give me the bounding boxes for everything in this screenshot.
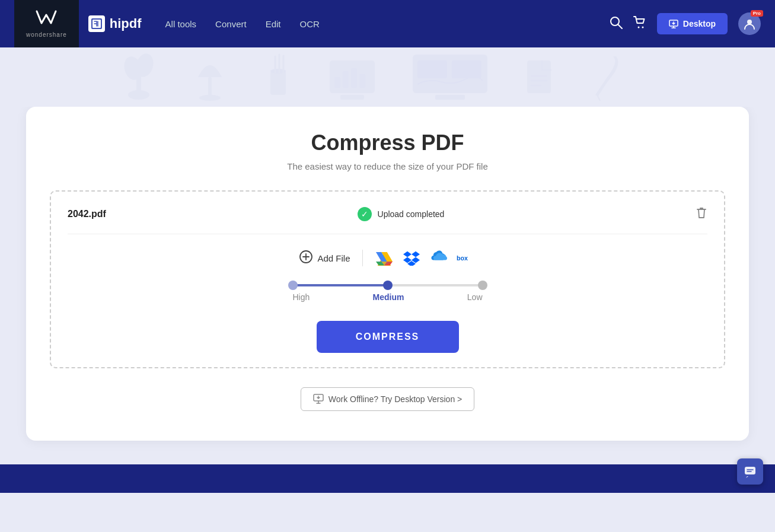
add-file-button[interactable]: Add File (299, 250, 350, 266)
svg-rect-28 (435, 95, 465, 100)
desktop-button[interactable]: Desktop (657, 13, 728, 34)
pro-badge: Pro (751, 10, 763, 17)
status-text: Upload completed (378, 209, 445, 219)
search-button[interactable] (610, 16, 623, 32)
svg-rect-20 (334, 77, 340, 88)
file-name: 2042.pdf (68, 209, 106, 219)
upload-header: 2042.pdf ✓ Upload completed (68, 206, 707, 234)
navbar: wondershare hipdf All tools Convert Edit… (0, 0, 775, 47)
cart-button[interactable] (633, 16, 646, 32)
google-drive-icon[interactable] (375, 249, 394, 267)
label-high: High (293, 292, 310, 302)
slider-track[interactable] (293, 284, 483, 286)
source-bar: Add File (68, 249, 707, 267)
svg-point-7 (747, 20, 752, 24)
svg-point-5 (642, 26, 643, 28)
footer-bar (0, 464, 775, 493)
svg-rect-22 (351, 68, 357, 88)
hipdf-logo: hipdf (88, 15, 142, 32)
upload-check-icon: ✓ (358, 207, 372, 221)
banner-decoration (0, 47, 775, 107)
compress-button[interactable]: COMPRESS (317, 321, 459, 353)
slider-fill-left (293, 284, 388, 286)
onedrive-icon[interactable] (429, 249, 448, 267)
delete-file-button[interactable] (696, 206, 707, 222)
nav-ocr[interactable]: OCR (300, 19, 320, 29)
slider-dot-high[interactable] (288, 281, 298, 290)
svg-rect-29 (527, 60, 551, 93)
add-file-label: Add File (317, 253, 350, 263)
svg-rect-24 (340, 95, 364, 100)
hipdf-icon (88, 15, 105, 32)
slider-track-wrap (293, 284, 483, 286)
desktop-promo: Work Offline? Try Desktop Version > (50, 387, 725, 411)
nav-links: All tools Convert Edit OCR (165, 19, 610, 29)
nav-actions: Desktop Pro (610, 12, 761, 35)
slider-fill-right (388, 284, 483, 286)
ws-logo-mark (36, 10, 57, 31)
desktop-promo-text: Work Offline? Try Desktop Version > (329, 394, 463, 404)
slider-dot-low[interactable] (478, 281, 487, 290)
desktop-promo-link[interactable]: Work Offline? Try Desktop Version > (301, 387, 475, 411)
nav-edit[interactable]: Edit (266, 19, 281, 29)
slider-labels: High Medium Low (293, 292, 483, 302)
desktop-btn-label: Desktop (683, 19, 716, 28)
cloud-icons: box (375, 249, 476, 267)
svg-rect-13 (208, 77, 212, 98)
svg-rect-27 (452, 60, 481, 78)
upload-box: 2042.pdf ✓ Upload completed (50, 190, 725, 368)
upload-status: ✓ Upload completed (358, 207, 445, 221)
chat-float-button[interactable] (737, 458, 763, 485)
main-card: Compress PDF The easiest way to reduce t… (26, 107, 749, 441)
svg-rect-14 (270, 71, 286, 95)
plus-icon (299, 250, 312, 266)
svg-rect-23 (359, 74, 365, 88)
label-medium: Medium (373, 292, 404, 302)
svg-line-3 (618, 24, 622, 28)
page-subtitle: The easiest way to reduce the size of yo… (50, 161, 725, 171)
divider (362, 250, 363, 266)
slider-dot-medium[interactable] (383, 281, 393, 290)
compression-slider-section: High Medium Low (68, 284, 707, 302)
svg-rect-21 (343, 71, 349, 88)
nav-convert[interactable]: Convert (215, 19, 247, 29)
svg-point-4 (637, 26, 639, 28)
hipdf-text: hipdf (110, 16, 142, 31)
page-title: Compress PDF (50, 130, 725, 155)
dropbox-icon[interactable] (402, 249, 421, 267)
brand-logo: wondershare (26, 10, 67, 38)
svg-text:box: box (457, 254, 468, 262)
svg-rect-42 (745, 467, 755, 474)
ws-label: wondershare (26, 31, 67, 38)
nav-all-tools[interactable]: All tools (165, 19, 197, 29)
svg-rect-26 (417, 60, 447, 78)
label-low: Low (467, 292, 483, 302)
avatar-wrap[interactable]: Pro (738, 12, 761, 35)
compress-btn-wrap: COMPRESS (68, 321, 707, 353)
wondershare-brand: wondershare (14, 0, 79, 47)
box-icon[interactable]: box (457, 249, 476, 267)
deco-icons (121, 47, 655, 101)
